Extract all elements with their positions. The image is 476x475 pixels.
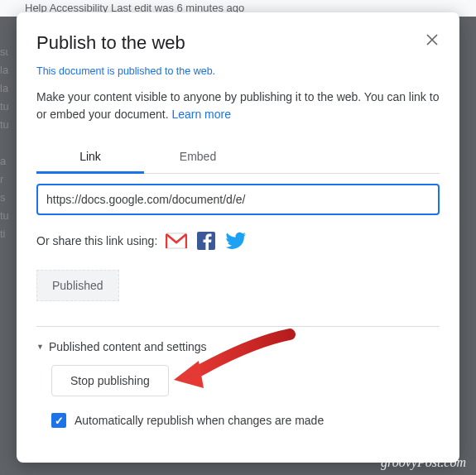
tab-link[interactable]: Link — [36, 142, 144, 174]
tab-embed[interactable]: Embed — [144, 142, 252, 173]
share-icons — [166, 232, 247, 250]
twitter-share-button[interactable] — [225, 232, 247, 250]
published-content-expander[interactable]: ▼ Published content and settings — [36, 340, 440, 353]
published-notice: This document is published to the web. — [36, 65, 440, 77]
modal-description: Make your content visible to anyone by p… — [36, 89, 440, 123]
published-url-input[interactable] — [36, 184, 440, 215]
background-document-text: su la la tu tu a r s tu ti — [0, 25, 8, 243]
auto-republish-row: ✓ Automatically republish when changes a… — [51, 413, 440, 428]
share-row: Or share this link using: — [36, 232, 440, 250]
check-icon: ✓ — [55, 415, 64, 427]
facebook-share-button[interactable] — [197, 232, 215, 250]
facebook-icon — [197, 232, 215, 250]
divider — [36, 326, 440, 327]
description-text: Make your content visible to anyone by p… — [36, 90, 439, 121]
gmail-icon — [166, 233, 187, 249]
modal-title: Publish to the web — [36, 32, 185, 54]
publish-to-web-modal: Publish to the web This document is publ… — [17, 12, 459, 463]
caret-down-icon: ▼ — [36, 343, 44, 351]
watermark: groovyPost.com — [381, 455, 466, 470]
auto-republish-label: Automatically republish when changes are… — [75, 414, 324, 427]
modal-header: Publish to the web — [36, 32, 440, 54]
learn-more-link[interactable]: Learn more — [171, 108, 231, 121]
stop-publishing-button[interactable]: Stop publishing — [51, 365, 169, 396]
expander-label: Published content and settings — [49, 340, 207, 353]
twitter-icon — [225, 232, 247, 250]
close-icon — [426, 34, 438, 46]
share-label: Or share this link using: — [36, 234, 157, 247]
gmail-share-button[interactable] — [166, 233, 187, 249]
published-badge: Published — [36, 270, 119, 301]
close-button[interactable] — [425, 32, 440, 47]
tab-bar: Link Embed — [36, 142, 440, 174]
auto-republish-checkbox[interactable]: ✓ — [51, 413, 66, 428]
